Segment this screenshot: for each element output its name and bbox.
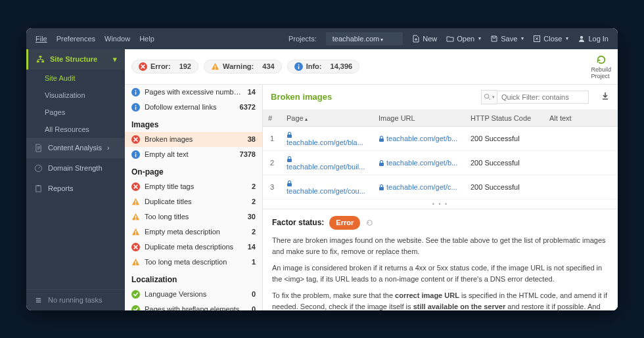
ok-icon [131, 290, 140, 299]
cell-image-url[interactable]: teachable.com/get/b... [373, 126, 465, 150]
cell-status: 200 Successful [465, 126, 544, 150]
download-button[interactable] [601, 91, 610, 103]
lock-icon [287, 180, 292, 186]
factors-list[interactable]: Pages with excessive number of links14Do… [125, 85, 263, 310]
menu-preferences[interactable]: Preferences [57, 35, 95, 43]
pill-warning[interactable]: Warning: 434 [204, 60, 282, 74]
cell-page[interactable]: teachable.com/get/cou... [281, 175, 373, 199]
factor-status-label: Factor status: [272, 217, 324, 229]
factor-row[interactable]: Duplicate titles2 [125, 194, 262, 209]
factor-name: Dofollow external links [145, 103, 235, 111]
factor-value: 30 [248, 213, 256, 221]
cell-image-url[interactable]: teachable.com/get/b... [373, 150, 465, 175]
col-alt[interactable]: Alt text [544, 110, 618, 127]
factor-name: Empty alt text [145, 150, 235, 158]
factor-value: 6372 [240, 103, 256, 111]
factor-name: Duplicate titles [145, 198, 247, 205]
sidebar-content-analysis[interactable]: Content Analysis › [26, 138, 125, 158]
table-row[interactable]: 1teachable.com/get/bla...teachable.com/g… [263, 126, 618, 150]
floppy-icon [490, 35, 498, 43]
ok-icon [131, 305, 140, 310]
factor-group-head: On-page [125, 162, 262, 179]
table-row[interactable]: 3teachable.com/get/cou...teachable.com/g… [263, 175, 618, 199]
status-badge: Error [329, 216, 360, 230]
user-icon [578, 35, 586, 43]
quick-filter-input[interactable] [497, 91, 589, 104]
factor-name: Pages with excessive number of links [145, 88, 243, 96]
factor-value: 14 [248, 88, 256, 96]
factor-row[interactable]: Language Versions0 [125, 287, 262, 302]
pill-error[interactable]: Error: 192 [131, 60, 198, 74]
pill-info[interactable]: Info: 14,396 [287, 60, 360, 74]
error-icon [139, 62, 147, 71]
col-num[interactable]: # [263, 110, 281, 127]
factor-row[interactable]: Empty title tags2 [125, 179, 262, 194]
sidebar-all-resources[interactable]: All Resources [26, 121, 125, 138]
factor-row[interactable]: Too long meta description1 [125, 255, 262, 270]
close-button[interactable]: Close [533, 35, 568, 43]
row-separator[interactable]: • • • [263, 200, 618, 209]
login-button[interactable]: Log In [578, 35, 609, 43]
sidebar-visualization[interactable]: Visualization [26, 87, 125, 104]
factor-value: 2 [252, 198, 256, 205]
cell-page[interactable]: teachable.com/get/buil... [281, 150, 373, 175]
search-icon [484, 93, 491, 100]
menu-file[interactable]: File [35, 35, 47, 43]
svg-rect-11 [37, 60, 39, 62]
factor-name: Language Versions [145, 290, 247, 298]
warn-icon [131, 228, 140, 236]
save-button[interactable]: Save [490, 35, 524, 43]
col-page[interactable]: Page [281, 110, 373, 127]
factor-row[interactable]: Empty alt text7378 [125, 147, 262, 162]
table-row[interactable]: 2teachable.com/get/buil...teachable.com/… [263, 150, 618, 175]
factor-row[interactable]: Pages with hreflang elements0 [125, 302, 262, 310]
menu-help[interactable]: Help [139, 35, 154, 43]
cell-alt [544, 150, 618, 175]
open-button[interactable]: Open [446, 35, 481, 43]
factor-row[interactable]: Broken images38 [125, 132, 262, 147]
factor-row[interactable]: Duplicate meta descriptions14 [125, 240, 262, 255]
sidebar-reports[interactable]: Reports [26, 179, 125, 199]
factor-name: Too long meta description [145, 258, 247, 266]
chevron-down-icon: ▾ [113, 55, 117, 64]
menu-window[interactable]: Window [104, 35, 130, 43]
project-dropdown[interactable]: teachable.com [326, 32, 403, 45]
col-image-url[interactable]: Image URL [373, 110, 465, 127]
factor-row[interactable]: Dofollow external links6372 [125, 100, 262, 115]
new-button[interactable]: New [412, 35, 437, 43]
factor-value: 38 [248, 135, 256, 143]
clipboard-icon [34, 184, 43, 193]
factor-row[interactable]: Too long titles30 [125, 209, 262, 224]
factor-value: 14 [248, 243, 256, 251]
refresh-icon [595, 54, 607, 66]
col-status[interactable]: HTTP Status Code [465, 110, 544, 127]
folder-open-icon [446, 35, 454, 43]
factor-row[interactable]: Pages with excessive number of links14 [125, 85, 262, 100]
rebuild-project-button[interactable]: RebuildProject [591, 54, 611, 79]
warn-icon [131, 198, 140, 206]
detail-p3: To fix the problem, make sure that the c… [272, 290, 609, 310]
err-icon [131, 135, 140, 144]
cell-image-url[interactable]: teachable.com/get/c... [373, 175, 465, 199]
detail-p2: An image is considered broken if it retu… [272, 263, 609, 285]
cell-status: 200 Successful [465, 175, 544, 199]
lock-icon [287, 132, 292, 138]
sidebar-pages[interactable]: Pages [26, 104, 125, 121]
factor-row[interactable]: Empty meta description2 [125, 224, 262, 240]
sidebar-tasks-footer[interactable]: No running tasks [26, 289, 125, 310]
factor-details: Factor status: Error There are broken im… [263, 209, 618, 310]
search-mode-dropdown[interactable] [481, 90, 497, 104]
svg-rect-15 [37, 184, 40, 186]
sidebar-site-audit[interactable]: Site Audit [26, 70, 125, 87]
svg-rect-14 [36, 185, 41, 191]
svg-rect-10 [39, 55, 42, 57]
lock-icon [379, 136, 384, 142]
download-icon [601, 91, 610, 100]
sidebar-domain-strength[interactable]: Domain Strength [26, 158, 125, 179]
sidebar-site-structure[interactable]: Site Structure ▾ [26, 49, 125, 70]
refresh-small-icon[interactable] [365, 219, 374, 227]
info-icon [131, 103, 140, 112]
close-icon [533, 35, 541, 43]
cell-page[interactable]: teachable.com/get/bla... [281, 126, 373, 150]
svg-rect-12 [41, 60, 44, 62]
